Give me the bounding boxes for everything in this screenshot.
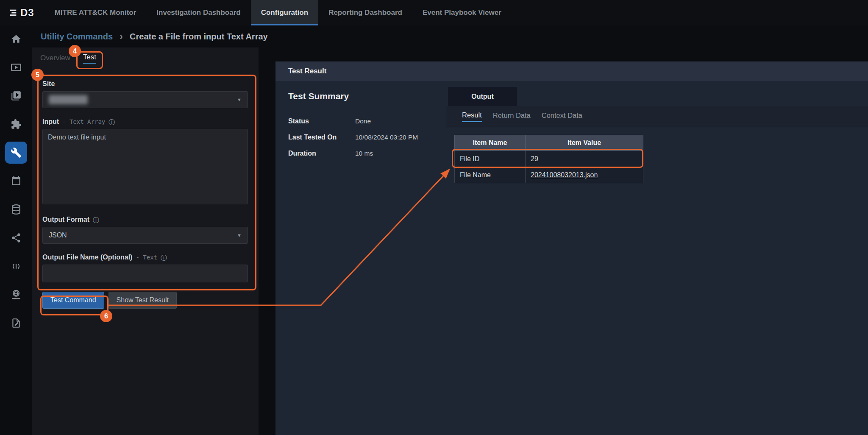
file-name-link[interactable]: 20241008032013.json <box>531 171 598 178</box>
status-value: Done <box>355 117 371 125</box>
sidebar-item-sites[interactable] <box>5 284 27 306</box>
globe-icon <box>11 289 22 300</box>
status-label: Status <box>288 117 355 125</box>
output-file-name-input[interactable] <box>42 265 248 282</box>
file-name-name-cell: File Name <box>455 167 526 183</box>
last-tested-value: 10/08/2024 03:20 PM <box>355 134 418 141</box>
site-field: Site ▼ <box>42 80 248 108</box>
last-tested-label: Last Tested On <box>288 134 355 141</box>
wrench-icon <box>11 147 22 158</box>
top-nav-items: MITRE ATT&CK Monitor Investigation Dashb… <box>45 0 512 25</box>
subtab-result[interactable]: Result <box>462 111 482 122</box>
sidebar-item-monitor[interactable] <box>5 56 27 78</box>
sidebar-item-broadcast[interactable] <box>5 255 27 277</box>
site-select[interactable]: ▼ <box>42 91 248 108</box>
duration-label: Duration <box>288 150 355 157</box>
result-table-header-row: Item Name Item Value <box>455 135 643 151</box>
file-id-value-cell: 29 <box>526 151 643 167</box>
breadcrumb-separator-icon: › <box>120 31 123 42</box>
output-subtabs: Result Return Data Context Data <box>446 106 868 127</box>
command-tabs: Overview Test <box>32 47 259 69</box>
table-row-file-id: File ID 29 <box>455 151 643 167</box>
site-selected-value-redacted <box>49 95 88 104</box>
tab-overview[interactable]: Overview <box>40 54 70 62</box>
sidebar-item-playbooks[interactable] <box>5 85 27 107</box>
tab-test[interactable]: Test <box>83 53 96 64</box>
info-icon[interactable]: ⓘ <box>108 119 115 125</box>
home-icon <box>11 33 22 45</box>
test-command-button[interactable]: Test Command <box>42 292 104 309</box>
file-id-name-cell: File ID <box>455 151 526 167</box>
info-icon[interactable]: ⓘ <box>93 217 99 223</box>
logo-text: D3 <box>20 7 34 19</box>
nav-investigation-dashboard[interactable]: Investigation Dashboard <box>146 0 250 25</box>
tab-output[interactable]: Output <box>448 87 517 106</box>
breadcrumb: Utility Commands › Create a File from in… <box>41 25 268 47</box>
video-library-icon <box>11 90 22 101</box>
document-edit-icon <box>11 318 22 329</box>
header-item-value: Item Value <box>526 135 643 151</box>
result-table: Item Name Item Value File ID 29 File Nam… <box>454 135 643 183</box>
site-label: Site <box>42 80 55 88</box>
test-result-header: Test Result <box>275 61 868 81</box>
header-item-name: Item Name <box>455 135 526 151</box>
duration-value: 10 ms <box>355 150 373 157</box>
d3-logo-icon <box>8 8 18 17</box>
output-format-field: Output Format ⓘ JSON ▼ <box>42 215 248 244</box>
input-textarea[interactable]: Demo text file input <box>42 129 248 204</box>
subtab-return-data[interactable]: Return Data <box>493 112 531 121</box>
subtab-context-data[interactable]: Context Data <box>542 112 582 121</box>
sidebar-item-data[interactable] <box>5 198 27 220</box>
broadcast-icon <box>11 261 22 272</box>
input-type-hint: - Text Array <box>62 118 105 125</box>
top-nav: D3 MITRE ATT&CK Monitor Investigation Da… <box>0 0 868 25</box>
summary-row-last-tested: Last Tested On 10/08/2024 03:20 PM <box>288 129 441 145</box>
monitor-play-icon <box>11 62 22 73</box>
file-name-value-cell: 20241008032013.json <box>526 167 643 183</box>
nav-mitre-attack-monitor[interactable]: MITRE ATT&CK Monitor <box>45 0 147 25</box>
puzzle-icon <box>11 119 22 130</box>
output-format-label: Output Format <box>42 216 89 223</box>
table-row-file-name: File Name 20241008032013.json <box>455 167 643 183</box>
summary-row-status: Status Done <box>288 113 441 129</box>
sidebar-item-connections[interactable] <box>5 227 27 249</box>
left-icon-sidebar <box>0 25 32 435</box>
input-field: Input - Text Array ⓘ Demo text file inpu… <box>42 117 248 206</box>
sidebar-item-integrations[interactable] <box>5 113 27 135</box>
show-test-result-button[interactable]: Show Test Result <box>108 292 177 309</box>
output-file-name-type-hint: - Text <box>136 254 157 261</box>
output-format-value: JSON <box>49 231 67 239</box>
test-summary-title: Test Summary <box>288 91 441 101</box>
output-file-name-field: Output File Name (Optional) - Text ⓘ <box>42 253 248 282</box>
nav-configuration[interactable]: Configuration <box>251 0 318 25</box>
output-section: Output Result Return Data Context Data I… <box>446 81 868 435</box>
nav-event-playbook-viewer[interactable]: Event Playbook Viewer <box>412 0 512 25</box>
share-nodes-icon <box>11 232 22 243</box>
command-test-panel: Overview Test Site ▼ Input - Text Array … <box>32 47 259 435</box>
calendar-icon <box>11 176 22 187</box>
breadcrumb-utility-commands[interactable]: Utility Commands <box>41 32 113 42</box>
output-format-select[interactable]: JSON ▼ <box>42 227 248 244</box>
test-result-panel: Test Result Test Summary Status Done Las… <box>275 61 868 435</box>
info-icon[interactable]: ⓘ <box>161 254 167 261</box>
sidebar-item-reports[interactable] <box>5 312 27 334</box>
summary-row-duration: Duration 10 ms <box>288 145 441 162</box>
sidebar-item-utility-commands[interactable] <box>5 142 27 164</box>
page-title: Create a File from input Text Array <box>130 32 268 42</box>
d3-logo[interactable]: D3 <box>0 0 45 25</box>
test-summary: Test Summary Status Done Last Tested On … <box>288 91 441 162</box>
test-actions: Test Command Show Test Result <box>42 292 248 309</box>
output-file-name-label: Output File Name (Optional) <box>42 254 132 261</box>
test-form: Site ▼ Input - Text Array ⓘ Demo text fi… <box>42 75 248 282</box>
sidebar-item-home[interactable] <box>5 28 27 50</box>
database-icon <box>11 204 22 215</box>
chevron-down-icon: ▼ <box>237 233 242 238</box>
app-root: D3 MITRE ATT&CK Monitor Investigation Da… <box>0 0 868 435</box>
nav-reporting-dashboard[interactable]: Reporting Dashboard <box>318 0 412 25</box>
input-label: Input <box>42 118 59 125</box>
chevron-down-icon: ▼ <box>237 97 242 102</box>
sidebar-item-schedule[interactable] <box>5 170 27 192</box>
